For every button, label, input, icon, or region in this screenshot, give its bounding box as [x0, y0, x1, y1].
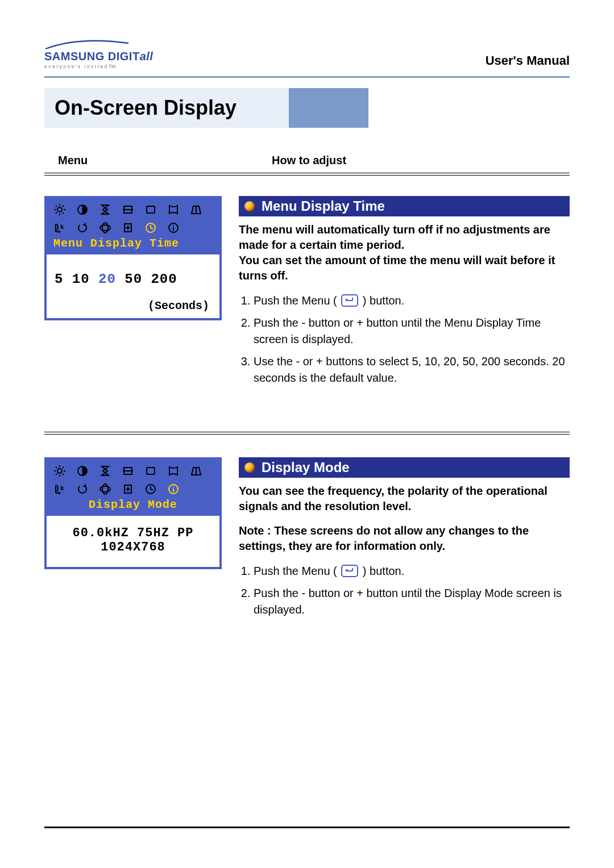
osd-title-mode: Display Mode — [51, 497, 215, 512]
svg-text:k: k — [60, 485, 64, 492]
clock-icon — [143, 482, 158, 496]
section2-text: Display Mode You can see the frequency, … — [239, 457, 570, 624]
osd-illustration-mode: k Display Mode 60.0kHZ 75HZ PP 1024X768 — [44, 457, 222, 569]
osd-illustration-time: k Menu Display Time 5 10 20 50 — [44, 196, 222, 320]
position-icon — [143, 464, 158, 478]
osd-mode-line2: 1024X768 — [55, 540, 211, 554]
svg-text:k: k — [60, 223, 64, 231]
info-icon — [166, 221, 181, 235]
osd-seconds-label: (Seconds) — [55, 299, 211, 312]
svg-line-22 — [151, 228, 153, 229]
parallel-icon: k — [52, 482, 67, 496]
hourglass-icon — [98, 464, 113, 478]
svg-rect-12 — [147, 206, 155, 213]
svg-line-7 — [56, 212, 57, 214]
step1-post: ) button. — [359, 294, 404, 307]
pincushion-icon — [166, 203, 181, 216]
menu-button-icon — [341, 565, 358, 577]
contrast-icon — [75, 203, 90, 216]
column-header-menu: Menu — [44, 154, 272, 167]
clock-icon — [143, 221, 158, 235]
contrast-icon — [75, 464, 90, 478]
menu-button-icon — [341, 294, 358, 307]
manual-page: SAMSUNG DIGITall everyone's invitedTM Us… — [0, 0, 614, 868]
step1b-post: ) button. — [359, 565, 404, 577]
section2-intro: You can see the frequency, the polarity … — [239, 483, 570, 514]
svg-point-24 — [173, 225, 174, 226]
section1-step-2: Push the - button or + button until the … — [254, 315, 570, 348]
header-rule — [44, 76, 570, 78]
osd-opt-4: 200 — [151, 272, 177, 287]
section1-step-3: Use the - or + buttons to select 5, 10, … — [254, 353, 570, 386]
section-display-mode: k Display Mode 60.0kHZ 75HZ PP 1024X768 — [44, 457, 570, 624]
page-header: SAMSUNG DIGITall everyone's invitedTM Us… — [44, 40, 570, 69]
section1-intro: The menu will automatically turn off if … — [239, 222, 570, 283]
trapezoid-icon — [189, 203, 204, 216]
parallel-icon: k — [52, 221, 67, 235]
osd-icon-row-2b: k — [51, 481, 215, 497]
svg-point-0 — [57, 207, 62, 212]
svg-line-8 — [63, 206, 64, 207]
section2-title-bar: Display Mode — [239, 457, 570, 478]
step1b-pre: Push the Menu ( — [254, 565, 340, 577]
section1-text: Menu Display Time The menu will automati… — [239, 196, 570, 392]
bullet-icon — [244, 462, 255, 473]
trademark: TM — [109, 64, 115, 69]
trapezoid-icon — [189, 464, 204, 478]
section1-title: Menu Display Time — [262, 198, 385, 214]
section1-step-1: Push the Menu ( ) button. — [254, 293, 570, 309]
logo-tagline: everyone's invited — [44, 64, 109, 69]
section2-title: Display Mode — [262, 460, 350, 475]
osd-time-options: 5 10 20 50 200 — [55, 272, 211, 287]
page-title: On-Screen Display — [44, 88, 289, 128]
info-icon — [166, 482, 181, 496]
svg-point-44 — [100, 486, 110, 492]
title-bar-accent — [289, 88, 368, 128]
hsize-icon — [121, 203, 135, 216]
brightness-icon — [52, 203, 67, 216]
svg-rect-41 — [147, 468, 155, 474]
section-divider — [44, 432, 570, 435]
hourglass-icon — [98, 203, 113, 216]
svg-line-34 — [56, 467, 57, 468]
osd-opt-1: 10 — [72, 272, 90, 287]
svg-line-6 — [63, 212, 64, 214]
zoom-icon — [121, 482, 135, 496]
osd-opt-3: 50 — [125, 272, 142, 287]
position-icon — [143, 203, 158, 216]
degauss-icon — [98, 221, 113, 235]
svg-point-15 — [100, 225, 110, 231]
column-header-rule — [44, 173, 570, 176]
footer-rule — [44, 827, 570, 828]
section2-step-1: Push the Menu ( ) button. — [254, 563, 570, 579]
hsize-icon — [121, 464, 135, 478]
svg-point-16 — [102, 223, 108, 233]
svg-line-37 — [63, 467, 64, 468]
logo-brand: SAMSUNG — [44, 50, 105, 62]
section2-steps: Push the Menu ( ) button. Push the - but… — [239, 563, 570, 618]
svg-point-45 — [102, 484, 108, 494]
logo-swoosh-icon — [44, 40, 130, 50]
recall-icon — [75, 482, 90, 496]
section1-title-bar: Menu Display Time — [239, 196, 570, 216]
logo-script: all — [140, 50, 154, 62]
svg-line-5 — [56, 206, 57, 207]
logo-sub: DIGIT — [108, 50, 140, 62]
pincushion-icon — [166, 464, 181, 478]
column-header-how: How to adjust — [272, 154, 570, 167]
osd-icon-row-1 — [51, 202, 215, 218]
svg-line-35 — [63, 474, 64, 475]
step1-pre: Push the Menu ( — [254, 294, 340, 307]
osd-icon-row-2: k — [51, 220, 215, 236]
degauss-icon — [98, 482, 113, 496]
section-menu-display-time: k Menu Display Time 5 10 20 50 — [44, 196, 570, 392]
zoom-icon — [121, 221, 135, 235]
page-title-bar: On-Screen Display — [44, 88, 570, 128]
bullet-icon — [244, 201, 255, 211]
users-manual-label: User's Manual — [486, 53, 570, 69]
osd-mode-line1: 60.0kHZ 75HZ PP — [55, 526, 211, 540]
section2-step-2: Push the - button or + button until the … — [254, 585, 570, 618]
osd-opt-0: 5 — [55, 272, 63, 287]
svg-point-29 — [57, 469, 62, 473]
section2-note: Note : These screens do not allow any ch… — [239, 523, 570, 554]
